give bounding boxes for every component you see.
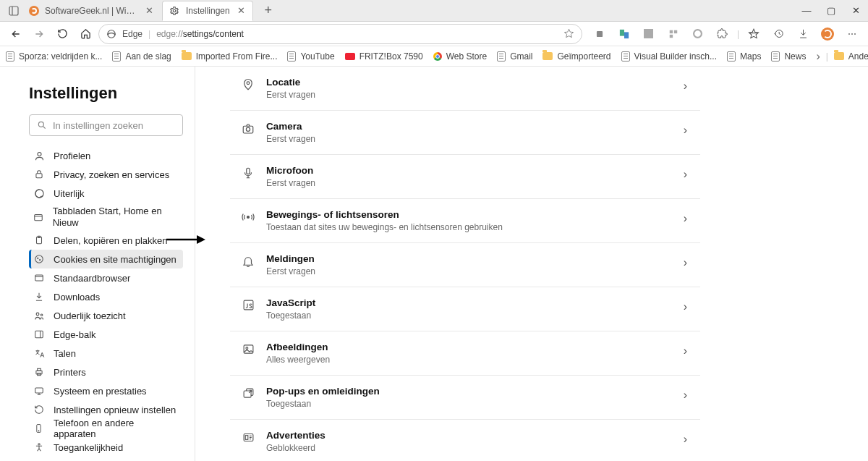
sidebar-item-appearance[interactable]: Uiterlijk bbox=[29, 184, 183, 203]
ext-icon[interactable] bbox=[590, 24, 610, 44]
other-favorites-folder[interactable]: Andere favorieten bbox=[834, 51, 868, 62]
svg-rect-23 bbox=[35, 275, 43, 281]
svg-rect-47 bbox=[245, 436, 248, 440]
bookmark-item[interactable]: FRITZ!Box 7590 bbox=[345, 51, 423, 62]
favorite-star-icon[interactable] bbox=[563, 28, 574, 39]
svg-point-25 bbox=[41, 314, 43, 316]
bookmark-item[interactable]: Sporza: veldrijden k... bbox=[6, 51, 102, 62]
sidebar-item-system[interactable]: Systeem en prestaties bbox=[29, 381, 183, 400]
svg-rect-8 bbox=[670, 30, 673, 33]
tab-actions-icon[interactable] bbox=[4, 1, 23, 20]
chevron-right-icon: › bbox=[684, 124, 687, 137]
profile-icon bbox=[33, 150, 45, 161]
setting-row-motion[interactable]: Bewegings- of lichtsensorenToestaan dat … bbox=[230, 199, 700, 243]
forward-button[interactable] bbox=[29, 24, 49, 44]
annotation-arrow bbox=[166, 234, 207, 245]
chevron-right-icon: › bbox=[684, 344, 687, 358]
sidebar-item-share[interactable]: Delen, kopiëren en plakken bbox=[29, 231, 183, 250]
tab-close-icon[interactable]: ✕ bbox=[145, 5, 153, 16]
settings-sidebar: Instellingen In instellingen zoeken Prof… bbox=[0, 67, 195, 461]
sidebar-item-about[interactable]: Over Microsoft Edge bbox=[29, 457, 183, 461]
svg-point-14 bbox=[38, 152, 41, 156]
sidebar-item-cookies[interactable]: Cookies en site machtigingen bbox=[29, 250, 183, 268]
home-button[interactable] bbox=[75, 24, 95, 44]
tab-close-icon[interactable]: ✕ bbox=[237, 5, 245, 16]
more-menu-icon[interactable]: ⋯ bbox=[842, 24, 862, 44]
browser-icon bbox=[33, 272, 45, 284]
sidebar-item-languages[interactable]: Talen bbox=[29, 344, 183, 363]
setting-row-notifications[interactable]: MeldingenEerst vragen › bbox=[230, 243, 700, 287]
setting-row-microphone[interactable]: MicrofoonEerst vragen › bbox=[230, 155, 700, 199]
svg-rect-6 bbox=[624, 32, 629, 38]
setting-row-camera[interactable]: CameraEerst vragen › bbox=[230, 111, 700, 155]
extensions-puzzle-icon[interactable] bbox=[712, 24, 733, 44]
javascript-icon bbox=[240, 299, 256, 315]
downloads-icon[interactable] bbox=[793, 24, 813, 44]
bookmarks-overflow-icon[interactable]: › bbox=[816, 50, 820, 63]
settings-search-input[interactable]: In instellingen zoeken bbox=[29, 114, 183, 136]
settings-favicon-icon bbox=[169, 5, 180, 17]
page-icon bbox=[727, 51, 736, 62]
maximize-button[interactable]: ▢ bbox=[819, 0, 843, 22]
camera-icon bbox=[240, 122, 256, 138]
setting-row-location[interactable]: LocatieEerst vragen › bbox=[230, 67, 700, 111]
bookmark-item[interactable]: YouTube bbox=[287, 51, 334, 62]
chevron-right-icon: › bbox=[684, 80, 687, 93]
sidebar-item-profiles[interactable]: Profielen bbox=[29, 146, 183, 165]
setting-row-popups[interactable]: Pop-ups en omleidingenToegestaan › bbox=[230, 376, 700, 420]
svg-rect-29 bbox=[38, 369, 41, 371]
edge-identity-icon bbox=[106, 29, 116, 39]
tabs-icon bbox=[33, 211, 44, 223]
sidebar-item-edge-bar[interactable]: Edge-balk bbox=[29, 325, 183, 344]
bookmark-item[interactable]: Gmail bbox=[497, 51, 532, 62]
sidebar-item-family[interactable]: Ouderlijk toezicht bbox=[29, 306, 183, 325]
svg-rect-5 bbox=[620, 29, 624, 35]
svg-point-34 bbox=[38, 444, 40, 445]
sidebar-item-downloads[interactable]: Downloads bbox=[29, 287, 183, 306]
browser-tab-active[interactable]: Instellingen ✕ bbox=[162, 1, 253, 21]
chevron-right-icon: › bbox=[684, 300, 687, 313]
sidebar-item-reset[interactable]: Instellingen opnieuw instellen bbox=[29, 400, 183, 419]
sidebar-item-tabs[interactable]: Tabbladen Start, Home en Nieuw bbox=[29, 203, 183, 231]
sidebar-item-default-browser[interactable]: Standaardbrowser bbox=[29, 268, 183, 287]
translate-icon[interactable] bbox=[614, 24, 634, 44]
setting-row-ads[interactable]: AdvertentiesGeblokkeerd › bbox=[230, 420, 700, 461]
history-icon[interactable] bbox=[768, 24, 788, 44]
bell-icon bbox=[240, 255, 256, 271]
favorites-icon[interactable] bbox=[744, 24, 764, 44]
bookmark-folder[interactable]: Geïmporteerd bbox=[542, 51, 610, 62]
sidebar-item-privacy[interactable]: Privacy, zoeken en services bbox=[29, 165, 183, 184]
refresh-button[interactable] bbox=[52, 24, 72, 44]
back-button[interactable] bbox=[6, 24, 26, 44]
accessibility-icon bbox=[33, 441, 45, 453]
chevron-right-icon: › bbox=[684, 212, 687, 225]
bookmark-item[interactable]: Visual Builder insch... bbox=[621, 51, 718, 62]
svg-point-2 bbox=[173, 9, 176, 12]
bookmark-item[interactable]: Maps bbox=[727, 51, 761, 62]
new-tab-button[interactable]: + bbox=[259, 3, 278, 18]
location-icon bbox=[240, 78, 256, 94]
setting-row-javascript[interactable]: JavaScriptToegestaan › bbox=[230, 287, 700, 331]
language-icon bbox=[33, 347, 45, 359]
ext-icon-2[interactable] bbox=[639, 24, 659, 44]
sidebar-item-printers[interactable]: Printers bbox=[29, 363, 183, 381]
bookmark-item[interactable]: Web Store bbox=[433, 51, 487, 62]
svg-point-37 bbox=[247, 82, 250, 85]
setting-row-images[interactable]: AfbeeldingenAlles weergeven › bbox=[230, 331, 700, 376]
ext-icon-4[interactable] bbox=[688, 24, 708, 44]
chevron-right-icon: › bbox=[684, 433, 687, 446]
sidebar-item-accessibility[interactable]: Toegankelijkheid bbox=[29, 438, 183, 457]
bookmark-item[interactable]: Aan de slag bbox=[112, 51, 171, 62]
bookmark-folder[interactable]: Imported From Fire... bbox=[182, 51, 278, 62]
browser-tab[interactable]: SoftwareGeek.nl | Windows de b ✕ bbox=[23, 1, 161, 21]
profile-icon[interactable] bbox=[817, 24, 838, 44]
page-icon bbox=[6, 51, 14, 62]
popup-icon bbox=[240, 387, 256, 403]
close-window-button[interactable]: ✕ bbox=[843, 0, 868, 22]
ext-icon-3[interactable] bbox=[663, 24, 684, 44]
sidebar-item-phone[interactable]: Telefoon en andere apparaten bbox=[29, 419, 183, 438]
address-bar[interactable]: Edge | edge://settings/content bbox=[98, 24, 582, 44]
microphone-icon bbox=[240, 166, 256, 182]
bookmark-item[interactable]: News bbox=[771, 51, 806, 62]
minimize-button[interactable]: ― bbox=[794, 0, 819, 22]
